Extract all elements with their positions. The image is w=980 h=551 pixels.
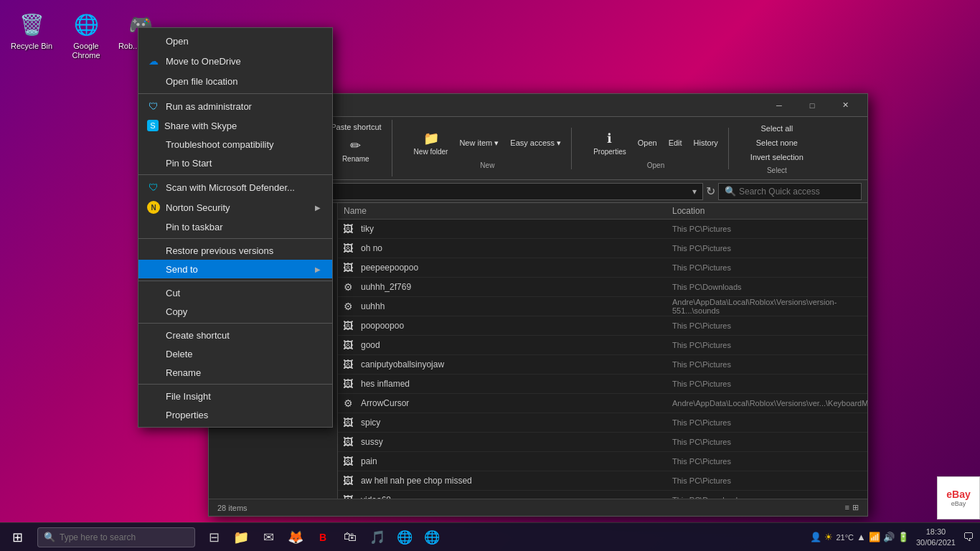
mail-taskbar[interactable]: ✉ — [255, 523, 281, 552]
menu-item-open[interactable]: Open — [138, 31, 332, 51]
easy-access-button[interactable]: Easy access ▾ — [506, 136, 565, 150]
file-name: uuhhh — [358, 301, 666, 311]
pin-taskbar-label: Pin to taskbar — [166, 222, 321, 232]
file-list: Name Location 🖼 tiky This PC\Pictures 🖼 … — [338, 203, 867, 499]
menu-item-send-to[interactable]: Send to ▶ — [138, 260, 332, 278]
table-row[interactable]: 🖼 aw hell nah pee chop missed This PC\Pi… — [338, 471, 867, 491]
rename-icon: ✏ — [350, 138, 361, 154]
firefox-taskbar[interactable]: 🦊 — [283, 523, 308, 552]
new-folder-button[interactable]: 📁 New folder — [410, 128, 453, 159]
table-row[interactable]: ⚙ uuhhh_2f769 This PC\Downloads — [338, 278, 867, 297]
store-taskbar[interactable]: 🛍 — [337, 523, 363, 552]
table-row[interactable]: 🖼 spicy This PC\Pictures — [338, 413, 867, 433]
menu-item-pin-start[interactable]: Pin to Start — [138, 154, 332, 172]
table-row[interactable]: 🖼 sussy This PC\Pictures — [338, 433, 867, 452]
file-icon: 🖼 — [338, 220, 358, 238]
new-item-button[interactable]: New item ▾ — [455, 136, 503, 150]
minimize-button[interactable]: ─ — [763, 94, 796, 117]
file-name: pain — [358, 456, 666, 466]
menu-item-copy[interactable]: Copy — [138, 302, 332, 321]
open-icon — [147, 34, 160, 47]
ebay-logo: eBay — [946, 489, 970, 500]
menu-item-properties[interactable]: Properties — [138, 405, 332, 424]
close-button[interactable]: ✕ — [829, 94, 862, 117]
task-view-button[interactable]: ⊟ — [201, 523, 227, 552]
network-status-icon[interactable]: 📶 — [869, 532, 880, 542]
menu-item-restore-versions[interactable]: Restore previous versions — [138, 241, 332, 260]
volume-icon[interactable]: 🔊 — [883, 532, 895, 542]
file-icon: 🖼 — [338, 471, 358, 490]
menu-item-move-onedrive[interactable]: ☁ Move to OneDrive — [138, 51, 332, 71]
menu-item-delete[interactable]: Delete — [138, 344, 332, 363]
taskbar-search-icon: 🔍 — [44, 532, 55, 542]
table-row[interactable]: 🖼 caniputyoballsinyojaw This PC\Pictures — [338, 355, 867, 375]
search-box[interactable]: 🔍 — [718, 183, 862, 200]
table-row[interactable]: 🖼 peepeepoopoo This PC\Pictures — [338, 258, 867, 278]
weather-icon[interactable]: ☀ — [824, 532, 833, 542]
chevron-up-icon[interactable]: ▲ — [857, 532, 866, 542]
table-row[interactable]: 🖼 tiky This PC\Pictures — [338, 220, 867, 239]
people-icon[interactable]: 👤 — [810, 532, 821, 542]
menu-item-cut[interactable]: Cut — [138, 283, 332, 302]
google-chrome-icon[interactable]: 🌐 Google Chrome — [60, 6, 112, 65]
list-view-icon[interactable]: ≡ — [845, 503, 849, 512]
file-icon: 🖼 — [338, 433, 358, 451]
refresh-button[interactable]: ↻ — [706, 184, 715, 198]
search-input[interactable] — [739, 187, 855, 197]
address-chevron: ▾ — [692, 187, 697, 197]
create-shortcut-label: Create shortcut — [166, 330, 321, 341]
invert-selection-button[interactable]: Invert selection — [746, 151, 808, 164]
grid-view-icon[interactable]: ⊞ — [852, 503, 859, 512]
menu-item-pin-taskbar[interactable]: Pin to taskbar — [138, 217, 332, 236]
bitdefender-taskbar[interactable]: B — [310, 523, 336, 552]
menu-item-create-shortcut[interactable]: Create shortcut — [138, 326, 332, 344]
menu-item-rename[interactable]: Rename — [138, 363, 332, 382]
menu-item-open-location[interactable]: Open file location — [138, 71, 332, 91]
rename-button[interactable]: ✏ Rename — [338, 135, 374, 166]
file-name: tiky — [358, 224, 666, 234]
menu-item-file-insight[interactable]: File Insight — [138, 387, 332, 405]
table-row[interactable]: 🖼 video68 This PC\Downloads — [338, 491, 867, 499]
chrome-taskbar[interactable]: 🌐 — [419, 523, 445, 552]
folder-icon — [147, 75, 160, 88]
start-button[interactable]: ⊞ — [0, 523, 34, 552]
maximize-button[interactable]: □ — [796, 94, 829, 117]
file-list-header: Name Location — [338, 203, 867, 220]
run-admin-label: Run as administrator — [166, 101, 321, 112]
select-all-button[interactable]: Select all — [757, 122, 798, 135]
file-icon: 🖼 — [338, 355, 358, 374]
skype-icon: S — [147, 120, 159, 131]
menu-item-defender[interactable]: 🛡 Scan with Microsoft Defender... — [138, 177, 332, 197]
history-button[interactable]: History — [689, 136, 722, 149]
table-row[interactable]: ⚙ ArrowCursor Andre\AppData\Local\Roblox… — [338, 394, 867, 413]
notification-icon[interactable]: 🗨 — [963, 531, 974, 544]
edge-taskbar[interactable]: 🌐 — [392, 523, 418, 552]
spotify-taskbar[interactable]: 🎵 — [364, 523, 390, 552]
chrome-label: Google Chrome — [63, 42, 109, 60]
table-row[interactable]: 🖼 good This PC\Pictures — [338, 336, 867, 355]
file-icon: 🖼 — [338, 491, 358, 499]
separator-2 — [138, 174, 332, 175]
table-row[interactable]: 🖼 pain This PC\Pictures — [338, 452, 867, 471]
taskbar-search-input[interactable] — [60, 532, 189, 542]
table-row[interactable]: 🖼 poopoopoo This PC\Pictures — [338, 316, 867, 336]
taskbar-clock[interactable]: 18:30 30/06/2021 — [912, 527, 960, 547]
ebay-widget[interactable]: eBay eBay — [937, 476, 980, 519]
battery-icon[interactable]: 🔋 — [897, 532, 909, 542]
menu-item-skype[interactable]: S Share with Skype — [138, 116, 332, 135]
open-button[interactable]: Open — [633, 136, 661, 149]
onedrive-icon: ☁ — [147, 55, 160, 67]
taskbar-search[interactable]: 🔍 — [37, 527, 195, 547]
recycle-bin-icon[interactable]: 🗑️ Recycle Bin — [6, 6, 57, 65]
properties-button[interactable]: ℹ Properties — [589, 128, 631, 159]
file-explorer-taskbar[interactable]: 📁 — [228, 523, 254, 552]
table-row[interactable]: ⚙ uuhhh Andre\AppData\Local\Roblox\Versi… — [338, 297, 867, 316]
menu-item-norton[interactable]: N Norton Security ▶ — [138, 197, 332, 217]
table-row[interactable]: 🖼 hes inflamed This PC\Pictures — [338, 375, 867, 394]
menu-item-troubleshoot[interactable]: Troubleshoot compatibility — [138, 135, 332, 154]
edit-button[interactable]: Edit — [664, 136, 687, 149]
menu-item-run-admin[interactable]: 🛡 Run as administrator — [138, 96, 332, 116]
select-none-button[interactable]: Select none — [752, 136, 802, 149]
new-label: New — [480, 161, 494, 169]
table-row[interactable]: 🖼 oh no This PC\Pictures — [338, 239, 867, 258]
